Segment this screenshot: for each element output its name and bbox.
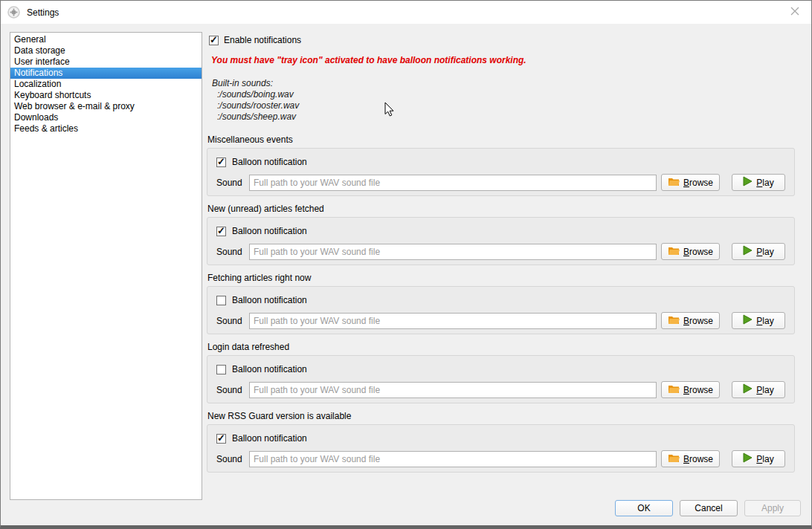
close-x-icon: [790, 7, 799, 18]
section-miscellaneous-events: Miscellaneous events Balloon notificatio…: [207, 134, 795, 196]
section-groupbox: Balloon notification Sound Browse Play: [207, 217, 795, 265]
sound-label: Sound: [216, 385, 244, 395]
sidebar-item-keyboard-shortcuts[interactable]: Keyboard shortcuts: [10, 90, 202, 101]
section-title: New (unread) articles fetched: [207, 204, 795, 214]
sidebar-item-data-storage[interactable]: Data storage: [10, 45, 202, 56]
browse-button[interactable]: Browse: [661, 243, 720, 260]
section-groupbox: Balloon notification Sound Browse Play: [207, 286, 795, 334]
browse-button[interactable]: Browse: [661, 174, 720, 191]
section-title: Fetching articles right now: [207, 273, 795, 283]
browse-button[interactable]: Browse: [661, 381, 720, 398]
sidebar-item-general[interactable]: General: [10, 34, 202, 45]
ok-button[interactable]: OK: [615, 500, 673, 516]
play-button[interactable]: Play: [732, 381, 785, 398]
builtin-sound-path: :/sounds/boing.wav: [212, 89, 795, 100]
enable-notifications-row: Enable notifications: [209, 34, 795, 46]
section-new-articles-fetched: New (unread) articles fetched Balloon no…: [207, 204, 795, 265]
enable-notifications-checkbox[interactable]: [209, 36, 219, 45]
builtin-sounds-title: Built-in sounds:: [212, 78, 795, 89]
section-groupbox: Balloon notification Sound Browse Play: [207, 424, 795, 473]
play-triangle-icon: [743, 176, 753, 189]
mouse-cursor: [384, 102, 394, 119]
sidebar-item-localization[interactable]: Localization: [10, 79, 202, 90]
sound-label: Sound: [216, 316, 244, 326]
balloon-notification-checkbox[interactable]: [216, 365, 226, 374]
section-new-version-available: New RSS Guard version is available Ballo…: [207, 411, 795, 473]
notifications-panel: Enable notifications You must have "tray…: [207, 30, 795, 480]
sidebar-item-downloads[interactable]: Downloads: [10, 112, 202, 123]
sound-path-input[interactable]: [249, 244, 657, 260]
balloon-notification-label: Balloon notification: [232, 226, 307, 236]
section-title: Miscellaneous events: [207, 134, 795, 145]
sound-path-input[interactable]: [249, 313, 657, 329]
balloon-notification-checkbox[interactable]: [216, 434, 226, 444]
builtin-sound-path: :/sounds/rooster.wav: [212, 100, 795, 111]
settings-gear-icon: [7, 6, 20, 19]
balloon-notification-checkbox[interactable]: [216, 296, 226, 305]
tray-icon-warning: You must have "tray icon" activated to h…: [207, 55, 795, 65]
dialog-button-box: OK Cancel Apply: [615, 500, 801, 516]
sidebar-item-notifications[interactable]: Notifications: [10, 68, 202, 79]
play-button[interactable]: Play: [732, 174, 785, 191]
browse-button[interactable]: Browse: [661, 450, 720, 467]
window-title: Settings: [27, 7, 59, 18]
browse-button[interactable]: Browse: [661, 312, 720, 329]
section-title: New RSS Guard version is available: [207, 411, 795, 421]
balloon-notification-label: Balloon notification: [232, 433, 307, 444]
settings-dialog: Settings General Data storage User inter…: [0, 0, 812, 529]
close-button[interactable]: [778, 1, 811, 23]
sound-path-input[interactable]: [249, 382, 657, 398]
play-triangle-icon: [743, 452, 753, 465]
section-groupbox: Balloon notification Sound Browse Play: [207, 148, 795, 196]
sidebar-item-web-browser[interactable]: Web browser & e-mail & proxy: [10, 101, 202, 112]
balloon-notification-label: Balloon notification: [232, 364, 307, 374]
section-login-data-refreshed: Login data refreshed Balloon notificatio…: [207, 342, 795, 403]
settings-category-list: General Data storage User interface Noti…: [10, 32, 202, 500]
balloon-notification-checkbox[interactable]: [216, 227, 226, 236]
play-button[interactable]: Play: [732, 312, 785, 329]
builtin-sounds-block: Built-in sounds: :/sounds/boing.wav :/so…: [207, 78, 795, 123]
balloon-notification-label: Balloon notification: [232, 295, 307, 305]
play-triangle-icon: [743, 383, 753, 396]
balloon-notification-label: Balloon notification: [232, 157, 307, 167]
section-groupbox: Balloon notification Sound Browse Play: [207, 355, 795, 403]
sound-label: Sound: [216, 247, 244, 257]
apply-button[interactable]: Apply: [744, 500, 801, 516]
play-triangle-icon: [743, 314, 753, 327]
builtin-sound-path: :/sounds/sheep.wav: [212, 111, 795, 123]
sound-path-input[interactable]: [249, 451, 657, 467]
sidebar-item-feeds-articles[interactable]: Feeds & articles: [10, 123, 202, 134]
notification-event-sections: Miscellaneous events Balloon notificatio…: [207, 134, 795, 473]
title-bar: Settings: [1, 1, 811, 24]
sound-path-input[interactable]: [249, 175, 657, 191]
play-triangle-icon: [743, 245, 753, 258]
sound-label: Sound: [216, 454, 244, 464]
play-button[interactable]: Play: [732, 450, 785, 467]
cancel-button[interactable]: Cancel: [680, 500, 738, 516]
section-title: Login data refreshed: [207, 342, 795, 352]
sound-label: Sound: [216, 178, 244, 188]
balloon-notification-checkbox[interactable]: [216, 158, 226, 167]
sidebar-item-user-interface[interactable]: User interface: [10, 56, 202, 68]
enable-notifications-label: Enable notifications: [224, 35, 301, 45]
folder-icon: [668, 453, 680, 465]
folder-icon: [668, 246, 680, 258]
play-button[interactable]: Play: [732, 243, 785, 260]
folder-icon: [668, 315, 680, 327]
folder-icon: [668, 177, 680, 189]
section-fetching-articles: Fetching articles right now Balloon noti…: [207, 273, 795, 334]
folder-icon: [668, 384, 680, 396]
